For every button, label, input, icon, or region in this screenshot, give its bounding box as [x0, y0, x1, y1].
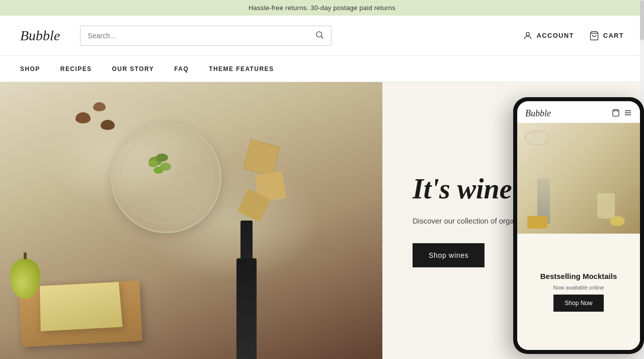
cheese [40, 282, 123, 331]
phone-header: Bubble [517, 101, 640, 123]
phone-icons [612, 109, 632, 118]
walnut-3 [101, 120, 115, 130]
phone-shop-now-button[interactable]: Shop Now [553, 295, 603, 312]
nav-item-shop[interactable]: SHOP [20, 63, 40, 75]
account-label: ACCOUNT [537, 32, 574, 39]
phone-honey [527, 216, 547, 229]
search-input[interactable] [88, 32, 315, 40]
cart-icon [589, 31, 599, 41]
olive-4 [153, 167, 164, 174]
navigation: SHOP RECIPES OUR STORY FAQ THEME FEATURE… [0, 56, 644, 82]
nav-item-recipes[interactable]: RECIPES [60, 63, 92, 75]
nav-item-faq[interactable]: FAQ [174, 63, 189, 75]
bottle-neck [240, 221, 253, 261]
phone-cart-icon [612, 109, 620, 118]
phone-glass [597, 193, 615, 219]
svg-line-1 [321, 36, 324, 38]
scrollbar-thumb[interactable] [640, 0, 644, 40]
olive-5 [148, 160, 157, 167]
search-icon[interactable] [315, 30, 324, 41]
announcement-bar: Hassle-free returns. 30-day postage paid… [0, 0, 644, 16]
wine-bottle [231, 218, 262, 359]
header-right: ACCOUNT CART [523, 31, 624, 41]
hero-section: It's wine Discover our collection of org… [0, 82, 644, 359]
phone-card-title: Bestselling Mocktails [540, 272, 617, 280]
shop-wines-button[interactable]: Shop wines [413, 243, 485, 267]
cart-button[interactable]: CART [589, 31, 624, 41]
phone-hero-image [517, 123, 640, 234]
nav-item-our-story[interactable]: OUR STORY [112, 63, 154, 75]
hero-image [0, 82, 382, 359]
olive-3 [156, 154, 168, 162]
phone-bottom-card: Bestselling Mocktails Now available onli… [517, 234, 640, 350]
phone-card-subtitle: Now available online [553, 284, 604, 291]
bottle-body [236, 258, 257, 359]
phone-bowl [525, 130, 550, 146]
bowl [111, 122, 221, 233]
phone-citrus [610, 216, 625, 226]
svg-point-2 [526, 32, 529, 36]
account-icon [523, 31, 533, 41]
walnut-1 [75, 112, 91, 123]
phone-logo: Bubble [525, 108, 551, 119]
walnut-2 [93, 102, 106, 111]
header: Bubble ACCOUNT CART [0, 16, 644, 56]
logo[interactable]: Bubble [20, 28, 60, 44]
cart-label: CART [603, 32, 624, 39]
announcement-text: Hassle-free returns. 30-day postage paid… [249, 4, 395, 12]
phone-screen: Bubble [517, 101, 640, 350]
search-form[interactable] [80, 26, 332, 46]
account-button[interactable]: ACCOUNT [523, 31, 574, 41]
phone-menu-icon [624, 109, 632, 118]
nav-item-theme-features[interactable]: THEME FEATURES [209, 63, 274, 75]
phone-mockup: Bubble [513, 97, 644, 354]
svg-point-0 [316, 32, 322, 37]
